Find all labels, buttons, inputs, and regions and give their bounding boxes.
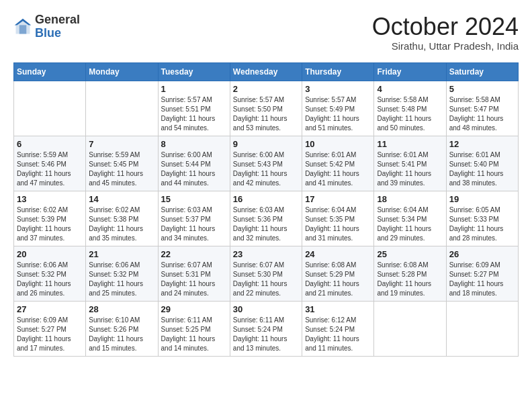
day-number: 7 [89, 139, 154, 149]
calendar-cell: 13Sunrise: 6:02 AMSunset: 5:39 PMDayligh… [14, 191, 86, 246]
weekday-header-thursday: Thursday [302, 62, 374, 81]
calendar-body: 1Sunrise: 5:57 AMSunset: 5:51 PMDaylight… [14, 81, 519, 356]
calendar-cell: 31Sunrise: 6:12 AMSunset: 5:24 PMDayligh… [302, 301, 374, 356]
calendar-cell: 22Sunrise: 6:07 AMSunset: 5:31 PMDayligh… [158, 246, 230, 301]
calendar-cell: 15Sunrise: 6:03 AMSunset: 5:37 PMDayligh… [158, 191, 230, 246]
logo: General Blue [13, 13, 80, 40]
day-info: Sunrise: 6:04 AMSunset: 5:34 PMDaylight:… [377, 205, 443, 243]
day-info: Sunrise: 6:05 AMSunset: 5:33 PMDaylight:… [449, 205, 515, 243]
calendar-cell: 23Sunrise: 6:07 AMSunset: 5:30 PMDayligh… [230, 246, 302, 301]
day-info: Sunrise: 6:03 AMSunset: 5:37 PMDaylight:… [161, 205, 227, 243]
calendar-cell: 21Sunrise: 6:06 AMSunset: 5:32 PMDayligh… [86, 246, 158, 301]
day-number: 12 [449, 139, 515, 149]
calendar-week-1: 1Sunrise: 5:57 AMSunset: 5:51 PMDaylight… [14, 81, 519, 136]
day-info: Sunrise: 5:57 AMSunset: 5:51 PMDaylight:… [161, 95, 227, 133]
calendar-week-3: 13Sunrise: 6:02 AMSunset: 5:39 PMDayligh… [14, 191, 519, 246]
day-info: Sunrise: 6:06 AMSunset: 5:32 PMDaylight:… [89, 261, 154, 298]
day-info: Sunrise: 6:01 AMSunset: 5:40 PMDaylight:… [449, 150, 515, 188]
month-title: October 2024 [372, 13, 519, 40]
calendar-cell: 9Sunrise: 6:00 AMSunset: 5:43 PMDaylight… [230, 136, 302, 191]
day-info: Sunrise: 5:59 AMSunset: 5:45 PMDaylight:… [89, 150, 154, 188]
calendar-table: SundayMondayTuesdayWednesdayThursdayFrid… [13, 62, 519, 357]
logo-icon [13, 17, 32, 36]
title-block: October 2024 Sirathu, Uttar Pradesh, Ind… [372, 13, 519, 52]
weekday-header-friday: Friday [374, 62, 446, 81]
day-number: 5 [449, 84, 515, 94]
calendar-cell: 6Sunrise: 5:59 AMSunset: 5:46 PMDaylight… [14, 136, 86, 191]
calendar-cell: 19Sunrise: 6:05 AMSunset: 5:33 PMDayligh… [446, 191, 518, 246]
day-info: Sunrise: 5:59 AMSunset: 5:46 PMDaylight:… [17, 150, 83, 188]
day-info: Sunrise: 6:09 AMSunset: 5:27 PMDaylight:… [449, 261, 515, 298]
day-number: 29 [161, 304, 227, 314]
page-header: General Blue October 2024 Sirathu, Uttar… [13, 13, 519, 52]
day-info: Sunrise: 5:58 AMSunset: 5:48 PMDaylight:… [377, 95, 443, 133]
day-info: Sunrise: 5:57 AMSunset: 5:50 PMDaylight:… [233, 95, 299, 133]
day-number: 14 [89, 194, 154, 204]
day-number: 10 [305, 139, 371, 149]
day-number: 11 [377, 139, 443, 149]
day-number: 22 [161, 249, 227, 259]
day-info: Sunrise: 6:01 AMSunset: 5:41 PMDaylight:… [377, 150, 443, 188]
calendar-cell: 11Sunrise: 6:01 AMSunset: 5:41 PMDayligh… [374, 136, 446, 191]
weekday-header-sunday: Sunday [14, 62, 86, 81]
calendar-cell: 1Sunrise: 5:57 AMSunset: 5:51 PMDaylight… [158, 81, 230, 136]
day-info: Sunrise: 6:09 AMSunset: 5:27 PMDaylight:… [17, 316, 83, 353]
day-number: 15 [161, 194, 227, 204]
day-info: Sunrise: 6:10 AMSunset: 5:26 PMDaylight:… [89, 316, 154, 353]
day-info: Sunrise: 6:06 AMSunset: 5:32 PMDaylight:… [17, 261, 83, 298]
calendar-cell: 25Sunrise: 6:08 AMSunset: 5:28 PMDayligh… [374, 246, 446, 301]
calendar-cell: 30Sunrise: 6:11 AMSunset: 5:24 PMDayligh… [230, 301, 302, 356]
calendar-cell [446, 301, 518, 356]
day-number: 6 [17, 139, 83, 149]
day-number: 13 [17, 194, 83, 204]
day-number: 1 [161, 84, 227, 94]
calendar-cell: 3Sunrise: 5:57 AMSunset: 5:49 PMDaylight… [302, 81, 374, 136]
weekday-header-row: SundayMondayTuesdayWednesdayThursdayFrid… [14, 62, 519, 81]
calendar-cell: 16Sunrise: 6:03 AMSunset: 5:36 PMDayligh… [230, 191, 302, 246]
calendar-week-2: 6Sunrise: 5:59 AMSunset: 5:46 PMDaylight… [14, 136, 519, 191]
weekday-header-wednesday: Wednesday [230, 62, 302, 81]
weekday-header-tuesday: Tuesday [158, 62, 230, 81]
day-info: Sunrise: 6:11 AMSunset: 5:24 PMDaylight:… [233, 316, 299, 353]
calendar-cell: 18Sunrise: 6:04 AMSunset: 5:34 PMDayligh… [374, 191, 446, 246]
calendar-week-4: 20Sunrise: 6:06 AMSunset: 5:32 PMDayligh… [14, 246, 519, 301]
calendar-cell: 8Sunrise: 6:00 AMSunset: 5:44 PMDaylight… [158, 136, 230, 191]
day-info: Sunrise: 5:58 AMSunset: 5:47 PMDaylight:… [449, 95, 515, 133]
calendar-cell [374, 301, 446, 356]
day-number: 27 [17, 304, 83, 314]
day-number: 25 [377, 249, 443, 259]
calendar-cell: 14Sunrise: 6:02 AMSunset: 5:38 PMDayligh… [86, 191, 158, 246]
day-info: Sunrise: 6:08 AMSunset: 5:29 PMDaylight:… [305, 261, 371, 298]
calendar-cell: 4Sunrise: 5:58 AMSunset: 5:48 PMDaylight… [374, 81, 446, 136]
day-number: 2 [233, 84, 299, 94]
day-number: 21 [89, 249, 154, 259]
day-info: Sunrise: 5:57 AMSunset: 5:49 PMDaylight:… [305, 95, 371, 133]
calendar-week-5: 27Sunrise: 6:09 AMSunset: 5:27 PMDayligh… [14, 301, 519, 356]
day-number: 20 [17, 249, 83, 259]
day-info: Sunrise: 6:00 AMSunset: 5:43 PMDaylight:… [233, 150, 299, 188]
day-info: Sunrise: 6:08 AMSunset: 5:28 PMDaylight:… [377, 261, 443, 298]
day-info: Sunrise: 6:07 AMSunset: 5:30 PMDaylight:… [233, 261, 299, 298]
calendar-cell [86, 81, 158, 136]
calendar-header: SundayMondayTuesdayWednesdayThursdayFrid… [14, 62, 519, 81]
logo-text: General Blue [35, 13, 80, 40]
calendar-cell [14, 81, 86, 136]
logo-blue: Blue [35, 26, 61, 40]
weekday-header-monday: Monday [86, 62, 158, 81]
calendar-cell: 24Sunrise: 6:08 AMSunset: 5:29 PMDayligh… [302, 246, 374, 301]
location-subtitle: Sirathu, Uttar Pradesh, India [372, 40, 519, 52]
calendar-cell: 28Sunrise: 6:10 AMSunset: 5:26 PMDayligh… [86, 301, 158, 356]
day-number: 17 [305, 194, 371, 204]
day-info: Sunrise: 6:00 AMSunset: 5:44 PMDaylight:… [161, 150, 227, 188]
calendar-cell: 29Sunrise: 6:11 AMSunset: 5:25 PMDayligh… [158, 301, 230, 356]
day-number: 9 [233, 139, 299, 149]
calendar-cell: 26Sunrise: 6:09 AMSunset: 5:27 PMDayligh… [446, 246, 518, 301]
calendar-cell: 5Sunrise: 5:58 AMSunset: 5:47 PMDaylight… [446, 81, 518, 136]
calendar-cell: 20Sunrise: 6:06 AMSunset: 5:32 PMDayligh… [14, 246, 86, 301]
day-number: 8 [161, 139, 227, 149]
day-info: Sunrise: 6:01 AMSunset: 5:42 PMDaylight:… [305, 150, 371, 188]
day-number: 28 [89, 304, 154, 314]
day-number: 3 [305, 84, 371, 94]
calendar-cell: 7Sunrise: 5:59 AMSunset: 5:45 PMDaylight… [86, 136, 158, 191]
svg-rect-3 [19, 25, 27, 34]
